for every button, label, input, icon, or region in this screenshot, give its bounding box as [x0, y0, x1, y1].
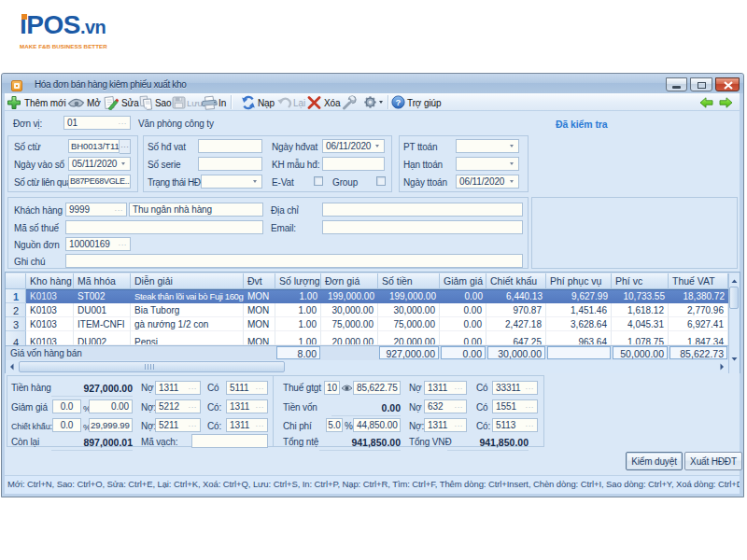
svg-text:?: ?: [396, 97, 402, 107]
